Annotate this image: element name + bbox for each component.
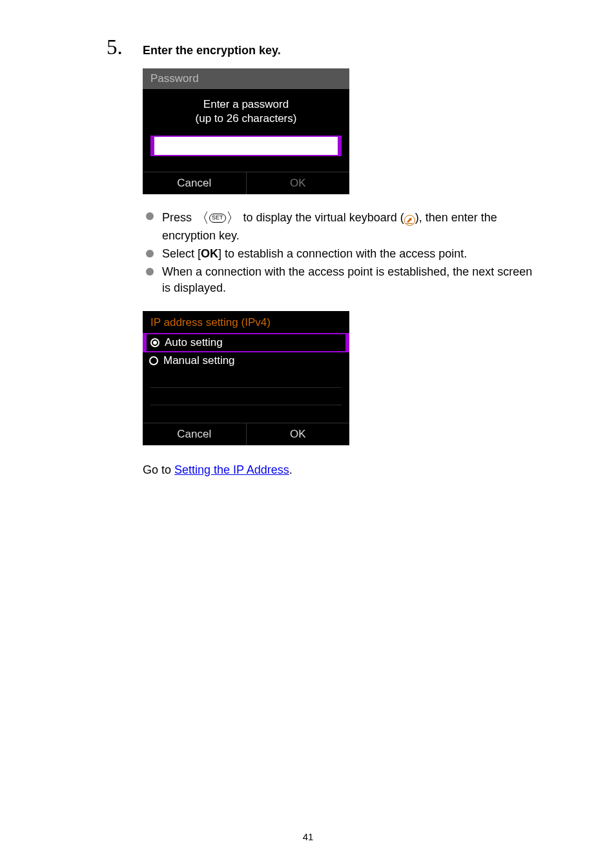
password-screen: Password Enter a password (up to 26 char… [143, 68, 349, 194]
cancel-button[interactable]: Cancel [143, 423, 246, 445]
instruction-item-3: When a connection with the access point … [143, 264, 539, 296]
ip-settings-screen: IP address setting (IPv4) Auto setting M… [143, 311, 349, 445]
text: Go to [143, 463, 174, 476]
instruction-item-1: Press 〈 SET 〉 to display the virtual key… [143, 208, 539, 243]
radio-unselected-icon [149, 356, 158, 365]
radio-selected-icon [150, 338, 159, 347]
angle-left-icon: 〈 [195, 208, 209, 228]
ip-blank-row [150, 370, 342, 388]
instruction-list: Press 〈 SET 〉 to display the virtual key… [143, 208, 539, 296]
password-body: Enter a password (up to 26 characters) [143, 89, 349, 156]
text: to display the virtual keyboard ( [243, 211, 404, 224]
goto-line: Go to Setting the IP Address. [143, 463, 539, 477]
password-prompt-2: (up to 26 characters) [150, 112, 342, 125]
instruction-item-2: Select [OK] to establish a connection wi… [143, 246, 539, 261]
ip-blank-row [150, 388, 342, 405]
password-button-row: Cancel OK [143, 172, 349, 194]
step-header: 5. Enter the encryption key. [107, 35, 539, 59]
ip-blank-row [150, 405, 342, 423]
page-content: 5. Enter the encryption key. Password En… [0, 0, 616, 477]
manual-setting-label: Manual setting [163, 354, 235, 367]
text: Press [162, 211, 195, 224]
keyboard-link-icon[interactable]: ⬈ [404, 215, 415, 226]
cancel-button[interactable]: Cancel [143, 172, 246, 194]
setting-ip-address-link[interactable]: Setting the IP Address [174, 463, 289, 476]
text: ] to establish a connection with the acc… [218, 247, 467, 260]
text: Select [ [162, 247, 201, 260]
ip-title: IP address setting (IPv4) [143, 311, 349, 333]
ok-label-bold: OK [201, 247, 218, 260]
ip-blank-rows [143, 369, 349, 423]
step-title: Enter the encryption key. [143, 44, 281, 57]
set-button-ref: 〈 SET 〉 [195, 208, 240, 228]
password-prompt-1: Enter a password [150, 98, 342, 111]
ip-button-row: Cancel OK [143, 423, 349, 445]
angle-right-icon: 〉 [226, 208, 240, 228]
step-number: 5. [107, 35, 143, 59]
ok-button[interactable]: OK [246, 423, 350, 445]
manual-setting-option[interactable]: Manual setting [143, 352, 349, 369]
ok-button[interactable]: OK [246, 172, 350, 194]
page-number: 41 [0, 831, 616, 842]
auto-setting-label: Auto setting [165, 336, 223, 349]
auto-setting-option[interactable]: Auto setting [143, 333, 349, 352]
step-body: Password Enter a password (up to 26 char… [143, 68, 539, 477]
password-input[interactable] [150, 136, 342, 156]
password-titlebar: Password [143, 68, 349, 89]
set-icon: SET [209, 214, 226, 223]
text: . [289, 463, 293, 476]
